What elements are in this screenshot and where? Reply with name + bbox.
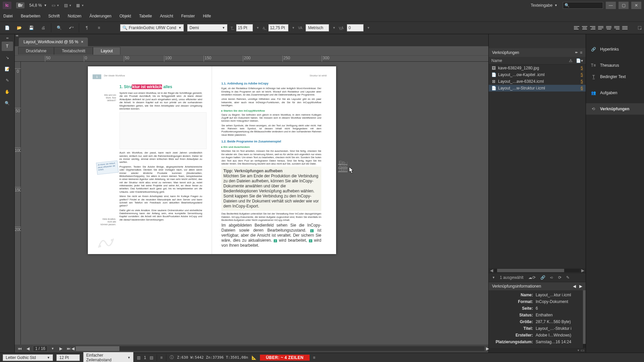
edit-original-icon[interactable]: ✎ [566,275,570,280]
document-tab[interactable]: Layout_Workflow.indd @ 55 % × [19,38,88,46]
collapse-tools-icon[interactable]: ▸▸ [6,36,8,40]
scrollbar-thumb[interactable] [583,290,586,344]
close-button[interactable]: ✕ [631,2,641,9]
scroll-left-button[interactable]: ◀ [70,346,76,351]
workspace-switcher[interactable]: Texteingabe ▼ [528,2,560,8]
note-tool[interactable]: 📝 [2,64,13,74]
tracking-input[interactable]: 0 [347,24,364,32]
update-link-icon[interactable]: ⟳ [558,275,561,280]
horizontal-scrollbar[interactable]: ◀ ▶ [76,346,484,351]
scrollbar-thumb[interactable] [497,269,564,272]
scroll-left-icon[interactable]: ◀ [490,268,493,273]
vertical-ruler[interactable]: 0 50 100 150 200 [15,62,21,345]
chevron-down-icon[interactable]: ▼ [332,26,335,29]
tab-verknuepfungen[interactable]: ⟲Verknüpfungen [586,103,644,115]
align-right-button[interactable] [589,24,596,32]
save-icon[interactable]: 💾 [27,23,36,32]
next-page-button[interactable]: ▶ [58,346,64,351]
screen-mode-button[interactable]: ▭▼ [52,3,59,8]
tab-hyperlinks[interactable]: 🔗Hyperlinks [586,44,644,55]
chevron-down-icon[interactable]: ▼ [492,276,495,279]
link-row[interactable]: ⊠Layout_…ave-63824.icml5 [489,78,586,85]
align-justify-center-button[interactable] [605,24,612,32]
chevron-down-icon[interactable]: ▼ [292,26,295,29]
menu-hilfe[interactable]: Hilfe [203,14,211,18]
panel-resize-down-icon[interactable]: ▾ [578,349,579,352]
link-page[interactable]: 6 [581,86,583,90]
leading-input[interactable]: 12,75 Pt [268,24,288,32]
menu-objekt[interactable]: Objekt [119,14,131,18]
align-left-button[interactable] [573,24,580,32]
link-page[interactable]: 5 [581,66,583,70]
arrange-documents-button[interactable]: ▦▼ [76,3,84,8]
menu-datei[interactable]: Datei [3,14,13,18]
horizontal-ruler[interactable]: 50 0 50 100 150 200 250 300 [15,56,488,62]
scrollbar-thumb[interactable] [76,346,119,351]
tab-textabschnitt[interactable]: Textabschnitt [54,47,93,55]
spellcheck-icon[interactable]: ✔ᵃ [67,23,75,32]
tab-thesaurus[interactable]: T≡Thesaurus [586,60,644,71]
font-style-combo[interactable]: Demi ▼ [187,24,227,32]
layout-canvas[interactable]: 1 Der ideale Workflow Struktur ist wirkl… [21,62,488,345]
link-row[interactable]: 📄Layout_…w-Struktur i.icml6 [489,85,586,92]
info-icon[interactable]: ⓘ [170,355,174,360]
menu-fenster[interactable]: Fenster [181,14,195,18]
link-info-header[interactable]: Verknüpfungsinformationen ◀ ▶ [489,282,586,290]
link-row[interactable]: 📄Layout_…ow-Kapitel .icml5 [489,71,586,78]
close-tab-icon[interactable]: × [81,40,83,44]
page-dropdown-button[interactable]: ▼ [50,347,56,350]
menu-bearbeiten[interactable]: Bearbeiten [21,14,40,18]
menu-aenderungen[interactable]: Änderungen [90,14,111,18]
menu-notizen[interactable]: Notizen [68,14,82,18]
align-justify-left-button[interactable] [597,24,604,32]
menu-tabelle[interactable]: Tabelle [139,14,152,18]
hamburger-icon[interactable]: ≡ [313,355,315,360]
info-scrollbar[interactable] [583,290,586,348]
prev-link-icon[interactable]: ◀ [573,284,576,289]
column-name[interactable]: Name [491,58,502,63]
first-page-button[interactable]: ⏮ [17,346,23,351]
prev-page-button[interactable]: ◀ [25,346,31,351]
links-panel-header[interactable]: Verknüpfungen ▸▸ ≡ [489,48,586,57]
next-link-icon[interactable]: ▶ [579,284,582,289]
maximize-button[interactable]: ▢ [619,2,629,9]
type-tool[interactable]: T [2,42,13,51]
goto-link-icon[interactable]: ➪ [550,275,553,280]
panel-options-icon[interactable]: ▭ [581,348,584,353]
page-field[interactable]: 1 / 16 [33,346,48,352]
copyfit-icon[interactable]: 📐 [252,355,257,360]
tab-bedingter-text[interactable]: T̲Bedingter Text [586,71,644,82]
chevron-down-icon[interactable]: ▼ [256,26,259,29]
hamburger-icon[interactable]: ≡ [160,355,163,360]
font-family-combo[interactable]: 🔍 FranklinGothic URW Cond ▼ [120,24,184,32]
bridge-button[interactable]: Br [16,2,24,8]
zoom-level-combo[interactable]: 54,8 % ▼ [29,3,47,8]
link-page[interactable]: 5 [581,79,583,84]
position-tool[interactable]: ↘ [2,53,13,62]
new-doc-icon[interactable]: 📄 [3,23,11,32]
links-hscroll[interactable]: ◀ ▶ [489,268,586,273]
zoom-tool[interactable]: 🔍 [2,99,13,108]
view-options-button[interactable]: ▤▼ [64,3,72,8]
toolbar-expand-icon[interactable] [638,26,641,29]
relink-cc-icon[interactable]: ☁⟳ [528,275,536,280]
collapse-panel-icon[interactable]: ▸▸ [575,50,577,55]
columns-icon[interactable]: ▥ [137,355,141,360]
minimize-button[interactable]: — [606,2,616,9]
print-icon[interactable]: 🖨 [39,23,48,32]
panel-menu-icon[interactable]: ≡ [580,50,582,55]
link-row[interactable]: 🖼kave-638249_1280.jpg5 [489,65,586,71]
panel-menu-icon[interactable]: ≡ [95,23,103,32]
find-icon[interactable]: 🔍 [55,23,63,32]
collapse-row-icon[interactable]: ◂◂ [15,34,17,37]
columns-alt-icon[interactable]: ▤ [150,355,153,360]
open-doc-icon[interactable]: 📂 [15,23,23,32]
galley-leading-combo[interactable]: Einfacher Zeilenabstand ▼ [83,352,133,362]
hand-tool[interactable]: ✋ [2,87,13,97]
status-column-icon[interactable]: ⚠ [569,58,573,63]
link-page[interactable]: 5 [581,72,583,77]
tab-layout[interactable]: Layout [93,47,120,55]
tab-druckfahne[interactable]: Druckfahne [18,47,54,55]
kerning-combo[interactable]: Metrisch [306,24,329,32]
align-justify-full-button[interactable] [621,24,629,32]
